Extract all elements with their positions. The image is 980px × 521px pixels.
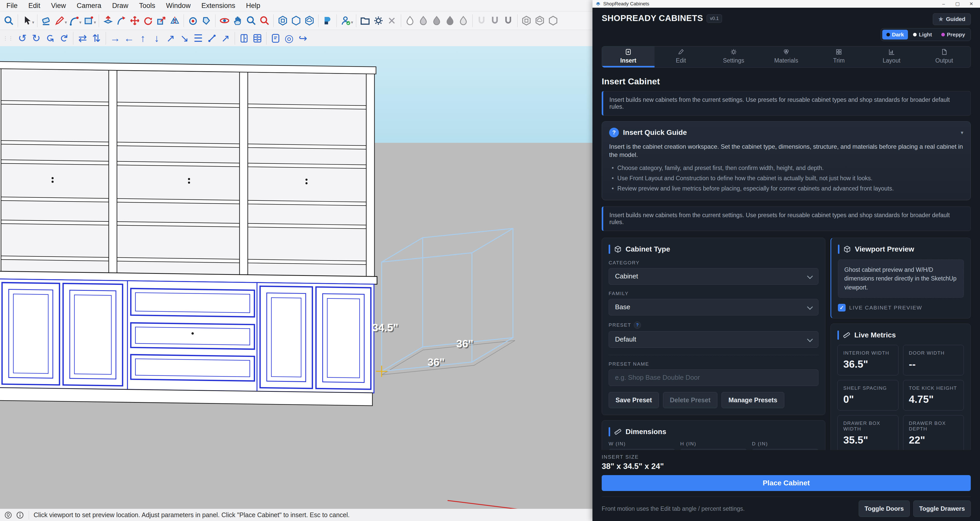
theme-preppy-button[interactable]: Preppy xyxy=(937,30,969,40)
menu-extensions[interactable]: Extensions xyxy=(196,2,240,10)
close-button[interactable]: ✕ xyxy=(966,1,977,7)
tab-materials[interactable]: Materials xyxy=(760,46,813,67)
3d-viewport[interactable]: 34.5" 34.5" 36" 36" 36" 36" xyxy=(0,46,592,509)
guided-button[interactable]: ★ Guided xyxy=(933,13,971,25)
delete-preset-button[interactable]: Delete Preset xyxy=(663,392,718,408)
tab-output[interactable]: Output xyxy=(918,46,970,67)
menu-camera[interactable]: Camera xyxy=(71,2,107,10)
warehouse-layers-icon[interactable] xyxy=(547,14,560,28)
select-tool-caret-icon[interactable]: ▾ xyxy=(32,20,34,25)
toggle-doors-button[interactable]: Toggle Doors xyxy=(859,500,910,517)
preset-select[interactable]: Default xyxy=(609,331,818,348)
tab-edit[interactable]: Edit xyxy=(654,46,707,67)
line-tool-caret-icon[interactable]: ▾ xyxy=(65,20,67,25)
zoom-extents-tool-icon[interactable] xyxy=(258,14,271,28)
maximize-button[interactable]: ▢ xyxy=(952,1,963,7)
paint-drop-empty-icon[interactable] xyxy=(403,14,417,28)
warehouse-cloud-icon[interactable] xyxy=(533,14,547,28)
preset-name-input[interactable]: e.g. Shop Base Double Door xyxy=(609,370,818,386)
toggle-drawers-icon[interactable] xyxy=(251,31,264,45)
panel-title-bar[interactable]: ShopReady Cabinets – ▢ ✕ xyxy=(592,0,980,8)
menu-help[interactable]: Help xyxy=(240,2,266,10)
category-select[interactable]: Cabinet xyxy=(609,268,818,284)
paint-bucket-tool-icon[interactable] xyxy=(200,14,213,28)
raise-icon[interactable]: ↗ xyxy=(218,31,232,45)
connector-icon[interactable] xyxy=(205,31,218,45)
zoom-tool-icon[interactable] xyxy=(244,14,258,28)
tab-settings[interactable]: Settings xyxy=(707,46,760,67)
nudge-right-icon[interactable]: → xyxy=(108,31,122,45)
place-marker-icon[interactable]: ◎ xyxy=(282,31,296,45)
close-x-icon[interactable] xyxy=(385,14,399,28)
menu-edit[interactable]: Edit xyxy=(23,2,46,10)
paint-drop-half-icon[interactable] xyxy=(430,14,444,28)
geolocation-icon[interactable] xyxy=(4,511,12,519)
menu-draw[interactable]: Draw xyxy=(107,2,134,10)
component-export-tool-icon[interactable] xyxy=(303,14,316,28)
toggle-doors-icon[interactable] xyxy=(237,31,251,45)
tab-insert[interactable]: Insert xyxy=(602,46,654,67)
magnet-cloud-icon[interactable] xyxy=(488,14,502,28)
rotate-cw-90-icon[interactable]: ↻ xyxy=(57,31,71,45)
zoom-window-tool-icon[interactable] xyxy=(2,14,15,28)
toolbar-grip[interactable]: ⋮⋮ xyxy=(3,35,14,41)
menu-file[interactable]: File xyxy=(1,2,23,10)
report-icon[interactable] xyxy=(269,31,282,45)
collapse-caret-icon[interactable]: ▾ xyxy=(961,129,963,136)
magnet-off-icon[interactable] xyxy=(475,14,488,28)
component-edit-tool-icon[interactable] xyxy=(289,14,303,28)
select-tool-icon[interactable] xyxy=(20,14,33,28)
toggle-drawers-button[interactable]: Toggle Drawers xyxy=(913,500,971,517)
flip-horizontal-icon[interactable]: ⇄ xyxy=(76,31,89,45)
flip-tool-icon[interactable] xyxy=(168,14,181,28)
nudge-left-icon[interactable]: ← xyxy=(122,31,136,45)
place-cabinet-button[interactable]: Place Cabinet xyxy=(602,475,971,491)
menu-tools[interactable]: Tools xyxy=(134,2,161,10)
theme-dark-button[interactable]: Dark xyxy=(882,30,908,40)
offset-tool-icon[interactable] xyxy=(186,14,200,28)
orbit-tool-icon[interactable] xyxy=(218,14,231,28)
info-icon[interactable] xyxy=(16,511,24,519)
paint-drop-quarter-icon[interactable] xyxy=(417,14,430,28)
warehouse-model-icon[interactable] xyxy=(520,14,533,28)
paint-drop-hatch-icon[interactable] xyxy=(457,14,470,28)
rotate-ccw-90-icon[interactable]: ↺ xyxy=(43,31,57,45)
folder-icon[interactable] xyxy=(358,14,372,28)
line-tool-icon[interactable] xyxy=(53,14,67,28)
arc-tool-caret-icon[interactable]: ▾ xyxy=(79,20,81,25)
paint-drop-full-icon[interactable] xyxy=(444,14,457,28)
nudge-up-right-icon[interactable]: ↗ xyxy=(164,31,178,45)
save-preset-button[interactable]: Save Preset xyxy=(609,392,659,408)
push-pull-tool-icon[interactable] xyxy=(101,14,115,28)
menu-window[interactable]: Window xyxy=(161,2,196,10)
tab-trim[interactable]: Trim xyxy=(813,46,865,67)
flip-vertical-icon[interactable]: ⇅ xyxy=(89,31,103,45)
eraser-tool-icon[interactable] xyxy=(40,14,53,28)
menu-view[interactable]: View xyxy=(46,2,71,10)
nudge-down-icon[interactable]: ↓ xyxy=(150,31,164,45)
scale-tool-icon[interactable] xyxy=(155,14,168,28)
pan-tool-icon[interactable] xyxy=(231,14,244,28)
account-icon[interactable] xyxy=(339,14,352,28)
redo-last-icon[interactable]: ↪ xyxy=(296,31,310,45)
move-tool-icon[interactable] xyxy=(128,14,141,28)
follow-me-tool-icon[interactable] xyxy=(115,14,128,28)
rectangle-tool-caret-icon[interactable]: ▾ xyxy=(94,20,96,25)
family-select[interactable]: Base xyxy=(609,299,818,315)
preset-help-icon[interactable]: ? xyxy=(634,321,641,329)
account-caret-icon[interactable]: ▾ xyxy=(351,20,353,25)
magnet-model-icon[interactable] xyxy=(502,14,515,28)
tab-layout[interactable]: Layout xyxy=(865,46,918,67)
styles-tool-icon[interactable] xyxy=(321,14,334,28)
rotate-ccw-icon[interactable]: ↺ xyxy=(15,31,29,45)
rotate-tool-icon[interactable] xyxy=(141,14,155,28)
theme-light-button[interactable]: Light xyxy=(909,30,936,40)
component-tool-icon[interactable] xyxy=(276,14,289,28)
nudge-up-icon[interactable]: ↑ xyxy=(136,31,150,45)
align-list-icon[interactable]: ☰ xyxy=(191,31,205,45)
rectangle-tool-icon[interactable] xyxy=(82,14,95,28)
base-cabinets[interactable] xyxy=(0,279,374,406)
manage-presets-button[interactable]: Manage Presets xyxy=(721,392,784,408)
minimize-button[interactable]: – xyxy=(938,1,949,7)
settings-gear-icon[interactable] xyxy=(372,14,385,28)
